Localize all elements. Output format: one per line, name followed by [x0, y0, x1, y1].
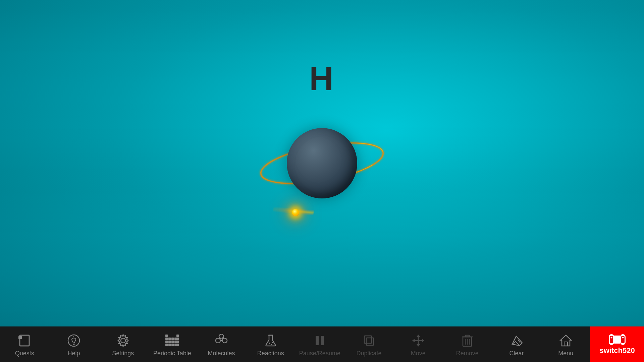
menu-label: Menu: [558, 350, 573, 357]
svg-rect-28: [176, 344, 179, 346]
svg-rect-24: [165, 344, 168, 346]
toolbar-item-clear[interactable]: Clear: [492, 326, 541, 362]
svg-rect-40: [321, 336, 324, 345]
svg-marker-43: [417, 335, 420, 337]
periodic-table-icon: [165, 333, 179, 348]
toolbar-item-duplicate[interactable]: Duplicate: [344, 326, 394, 362]
switch520-badge: switch520: [590, 326, 644, 362]
duplicate-label: Duplicate: [357, 350, 382, 357]
svg-rect-39: [316, 336, 319, 345]
move-icon: [411, 333, 426, 348]
main-viewport: H: [0, 0, 644, 326]
svg-rect-20: [168, 341, 171, 343]
clear-label: Clear: [509, 350, 524, 357]
remove-label: Remove: [456, 350, 479, 357]
svg-rect-57: [564, 342, 568, 346]
svg-rect-27: [174, 344, 177, 346]
quests-icon: [17, 333, 32, 348]
svg-rect-19: [165, 341, 168, 343]
toolbar-item-remove[interactable]: Remove: [443, 326, 492, 362]
reactions-label: Reactions: [257, 350, 284, 357]
switch520-text: switch520: [599, 346, 635, 355]
svg-rect-17: [174, 338, 177, 340]
toolbar-item-menu[interactable]: Menu: [541, 326, 590, 362]
svg-point-29: [216, 338, 220, 343]
svg-rect-26: [171, 344, 174, 346]
toolbar-item-reactions[interactable]: Reactions: [246, 326, 295, 362]
svg-point-37: [271, 344, 272, 345]
toolbar-item-pause-resume[interactable]: Pause/Resume: [295, 326, 344, 362]
clear-icon: [509, 333, 524, 348]
svg-rect-13: [176, 335, 179, 337]
svg-marker-44: [417, 344, 420, 347]
svg-rect-21: [171, 341, 174, 343]
toolbar: Quests Help Settings: [0, 326, 644, 362]
atom-visualization: H: [255, 96, 389, 230]
svg-point-30: [222, 338, 227, 343]
svg-rect-42: [364, 336, 372, 343]
pause-icon: [312, 333, 327, 348]
nucleus-sphere: [287, 128, 357, 198]
molecules-label: Molecules: [208, 350, 235, 357]
svg-rect-22: [174, 341, 177, 343]
molecules-icon: [214, 333, 229, 348]
toolbar-item-settings[interactable]: Settings: [98, 326, 148, 362]
svg-rect-15: [168, 338, 171, 340]
toolbar-item-periodic-table[interactable]: Periodic Table: [148, 326, 197, 362]
reactions-icon: [263, 333, 278, 348]
switch-logo: [609, 334, 626, 346]
pause-resume-label: Pause/Resume: [299, 350, 340, 357]
svg-point-11: [121, 338, 125, 343]
svg-point-64: [622, 337, 624, 339]
help-label: Help: [67, 350, 80, 357]
svg-marker-45: [412, 339, 415, 342]
periodic-table-label: Periodic Table: [153, 350, 191, 357]
svg-rect-61: [614, 336, 620, 344]
svg-rect-18: [176, 338, 179, 340]
svg-rect-12: [165, 335, 168, 337]
svg-rect-51: [465, 335, 469, 337]
duplicate-icon: [362, 333, 376, 348]
toolbar-item-help[interactable]: Help: [49, 326, 99, 362]
svg-marker-56: [560, 335, 571, 346]
svg-rect-23: [176, 341, 179, 343]
svg-point-36: [269, 343, 270, 344]
toolbar-item-molecules[interactable]: Molecules: [197, 326, 246, 362]
move-label: Move: [411, 350, 426, 357]
svg-rect-16: [171, 338, 174, 340]
settings-icon: [116, 333, 130, 348]
settings-label: Settings: [112, 350, 134, 357]
svg-point-38: [272, 342, 273, 343]
svg-marker-46: [422, 339, 424, 342]
svg-rect-41: [366, 338, 374, 345]
remove-icon: [460, 333, 475, 348]
toolbar-item-move[interactable]: Move: [393, 326, 443, 362]
toolbar-item-quests[interactable]: Quests: [0, 326, 49, 362]
help-icon: [66, 333, 81, 348]
svg-rect-14: [165, 338, 168, 340]
svg-rect-25: [168, 344, 171, 346]
electron-particle: [292, 209, 299, 216]
quests-label: Quests: [15, 350, 34, 357]
svg-point-60: [611, 337, 612, 339]
menu-icon: [558, 333, 573, 348]
element-symbol: H: [309, 59, 335, 98]
